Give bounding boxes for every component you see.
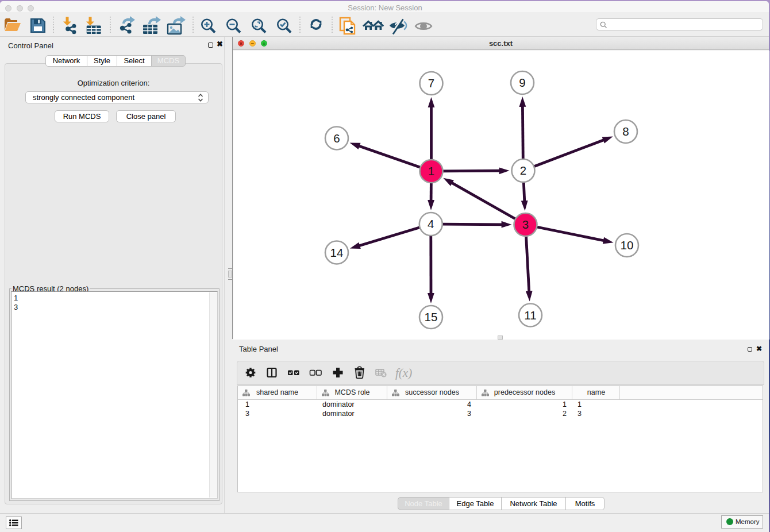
svg-text:15: 15: [425, 310, 438, 323]
svg-text:2: 2: [520, 164, 526, 177]
svg-text:3: 3: [522, 218, 529, 231]
svg-text:9: 9: [519, 76, 525, 89]
svg-text:f(x): f(x): [395, 366, 412, 380]
svg-text:10: 10: [621, 238, 634, 252]
svg-text:14: 14: [330, 246, 344, 259]
svg-text:1: 1: [428, 164, 434, 178]
svg-text:11: 11: [524, 309, 536, 322]
svg-text:6: 6: [333, 132, 340, 145]
svg-text:4: 4: [428, 217, 434, 230]
svg-text:8: 8: [622, 125, 629, 138]
svg-text:7: 7: [428, 76, 434, 90]
